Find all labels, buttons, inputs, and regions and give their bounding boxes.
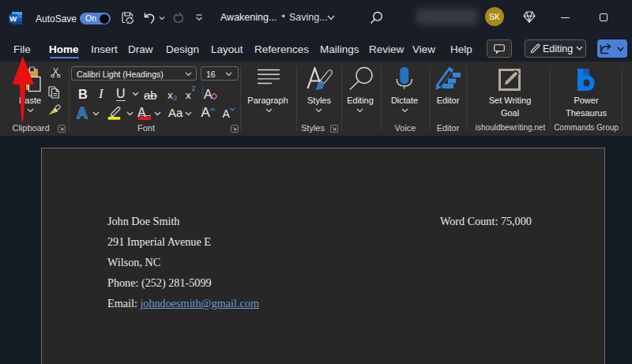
svg-text:W: W	[9, 14, 17, 23]
